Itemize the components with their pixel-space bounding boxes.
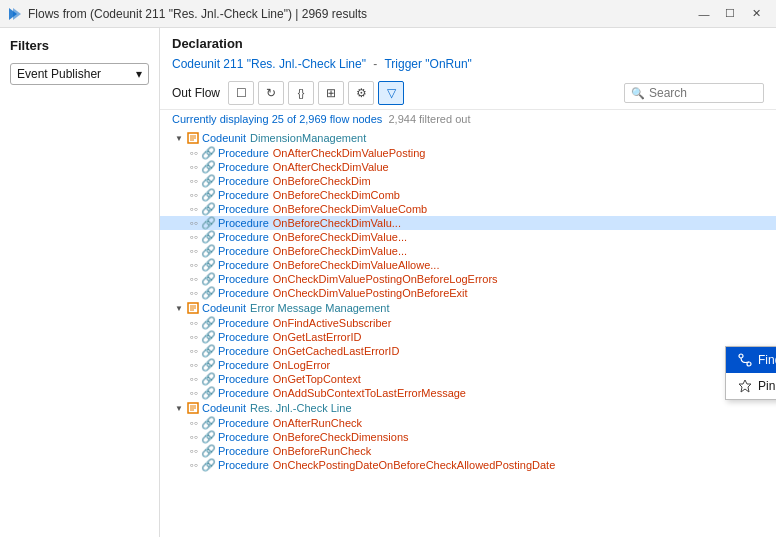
tree-row[interactable]: ▼ Codeunit DimensionManagement bbox=[160, 130, 776, 146]
tree-row[interactable]: ◦◦ 🔗 Procedure OnCheckDimValuePostingOnB… bbox=[160, 272, 776, 286]
status-bar: Currently displaying 25 of 2,969 flow no… bbox=[160, 110, 776, 128]
item-type-label: Procedure bbox=[218, 217, 269, 229]
tree-container[interactable]: ▼ Codeunit DimensionManagement ◦◦ 🔗 Proc… bbox=[160, 128, 776, 537]
item-type-label: Procedure bbox=[218, 445, 269, 457]
pipe-icon: ◦◦ bbox=[188, 161, 200, 173]
pin-label: Pin bbox=[758, 379, 775, 393]
codeunit-link[interactable]: Codeunit 211 "Res. Jnl.-Check Line" bbox=[172, 57, 366, 71]
search-input[interactable] bbox=[649, 86, 757, 100]
tree-row[interactable]: ◦◦ 🔗 Procedure OnGetTopContext bbox=[160, 372, 776, 386]
link-icon: 🔗 bbox=[202, 431, 214, 443]
item-type-label: Procedure bbox=[218, 287, 269, 299]
link-icon: 🔗 bbox=[202, 161, 214, 173]
close-button[interactable]: ✕ bbox=[744, 4, 768, 24]
trigger-link[interactable]: Trigger "OnRun" bbox=[384, 57, 471, 71]
sidebar-title: Filters bbox=[10, 38, 149, 53]
declaration-header: Declaration Codeunit 211 "Res. Jnl.-Chec… bbox=[160, 28, 776, 77]
item-name-label: OnBeforeRunCheck bbox=[273, 445, 371, 457]
link-icon: 🔗 bbox=[202, 189, 214, 201]
link-icon: 🔗 bbox=[202, 387, 214, 399]
tree-row[interactable]: ◦◦ 🔗 Procedure OnBeforeCheckDim bbox=[160, 174, 776, 188]
tree-row[interactable]: ▼ Codeunit Error Message Management bbox=[160, 300, 776, 316]
tree-row[interactable]: ▼ Codeunit Res. Jnl.-Check Line bbox=[160, 400, 776, 416]
item-name-label: OnBeforeCheckDimComb bbox=[273, 189, 400, 201]
item-type-label: Procedure bbox=[218, 373, 269, 385]
item-name-label: OnAfterCheckDimValue bbox=[273, 161, 389, 173]
link-icon: 🔗 bbox=[202, 359, 214, 371]
pipe-icon: ◦◦ bbox=[188, 175, 200, 187]
item-name-label: OnAfterCheckDimValuePosting bbox=[273, 147, 426, 159]
item-type-label: Procedure bbox=[218, 387, 269, 399]
link-icon: 🔗 bbox=[202, 331, 214, 343]
context-menu-pin[interactable]: Pin bbox=[726, 373, 776, 399]
pipe-icon: ◦◦ bbox=[188, 287, 200, 299]
item-name-label: OnGetCachedLastErrorID bbox=[273, 345, 400, 357]
tree-row[interactable]: ◦◦ 🔗 Procedure OnCheckDimValuePostingOnB… bbox=[160, 286, 776, 300]
context-menu-find-shortest-path[interactable]: Find Shortest Path ▶ bbox=[726, 347, 776, 373]
settings-button[interactable]: ⚙ bbox=[348, 81, 374, 105]
link-icon: 🔗 bbox=[202, 147, 214, 159]
item-name-label: Error Message Management bbox=[250, 302, 389, 314]
item-type-label: Procedure bbox=[218, 417, 269, 429]
tree-row[interactable]: ◦◦ 🔗 Procedure OnBeforeCheckDimValue... bbox=[160, 244, 776, 258]
pipe-icon: ◦◦ bbox=[188, 147, 200, 159]
code-button[interactable]: {} bbox=[288, 81, 314, 105]
pipe-icon: ◦◦ bbox=[188, 387, 200, 399]
minimize-button[interactable]: — bbox=[692, 4, 716, 24]
item-name-label: OnGetTopContext bbox=[273, 373, 361, 385]
tree-row[interactable]: ◦◦ 🔗 Procedure OnBeforeCheckDimensions bbox=[160, 430, 776, 444]
tree-row-highlighted[interactable]: ◦◦ 🔗 Procedure OnBeforeCheckDimValu... bbox=[160, 216, 776, 230]
path-icon bbox=[738, 353, 752, 367]
expand-button[interactable]: ⊞ bbox=[318, 81, 344, 105]
tree-row[interactable]: ◦◦ 🔗 Procedure OnAddSubContextToLastErro… bbox=[160, 386, 776, 400]
title-bar-controls: — ☐ ✕ bbox=[692, 4, 768, 24]
link-icon: 🔗 bbox=[202, 373, 214, 385]
tree-row[interactable]: ◦◦ 🔗 Procedure OnBeforeCheckDimValueComb bbox=[160, 202, 776, 216]
item-name-label: OnBeforeCheckDimValueAllowe... bbox=[273, 259, 440, 271]
pipe-icon: ◦◦ bbox=[188, 359, 200, 371]
subtitle-separator: - bbox=[373, 57, 377, 71]
codeunit-icon bbox=[186, 301, 200, 315]
refresh-button[interactable]: ↻ bbox=[258, 81, 284, 105]
link-icon: 🔗 bbox=[202, 245, 214, 257]
collapse-icon[interactable]: ▼ bbox=[172, 131, 186, 145]
link-icon: 🔗 bbox=[202, 417, 214, 429]
tree-row[interactable]: ◦◦ 🔗 Procedure OnGetLastErrorID bbox=[160, 330, 776, 344]
tree-row[interactable]: ◦◦ 🔗 Procedure OnBeforeCheckDimValue... bbox=[160, 230, 776, 244]
tree-row[interactable]: ◦◦ 🔗 Procedure OnAfterCheckDimValue bbox=[160, 160, 776, 174]
maximize-button[interactable]: ☐ bbox=[718, 4, 742, 24]
tree-row[interactable]: ◦◦ 🔗 Procedure OnCheckPostingDateOnBefor… bbox=[160, 458, 776, 472]
tree-row[interactable]: ◦◦ 🔗 Procedure OnBeforeCheckDimComb bbox=[160, 188, 776, 202]
filter-dropdown[interactable]: Event Publisher ▾ bbox=[10, 63, 149, 85]
title-bar-left: Flows from (Codeunit 211 "Res. Jnl.-Chec… bbox=[8, 7, 367, 21]
tree-row[interactable]: ◦◦ 🔗 Procedure OnFindActiveSubscriber bbox=[160, 316, 776, 330]
tree-row[interactable]: ◦◦ 🔗 Procedure OnAfterCheckDimValuePosti… bbox=[160, 146, 776, 160]
sidebar: Filters Event Publisher ▾ bbox=[0, 28, 160, 537]
chevron-down-icon: ▾ bbox=[136, 67, 142, 81]
filter-button[interactable]: ▽ bbox=[378, 81, 404, 105]
collapse-icon[interactable]: ▼ bbox=[172, 401, 186, 415]
link-icon: 🔗 bbox=[202, 287, 214, 299]
toolbar: Out Flow ☐ ↻ {} ⊞ ⚙ ▽ 🔍 bbox=[160, 77, 776, 110]
tree-row[interactable]: ◦◦ 🔗 Procedure OnLogError bbox=[160, 358, 776, 372]
link-icon: 🔗 bbox=[202, 445, 214, 457]
item-type-label: Procedure bbox=[218, 245, 269, 257]
tree-row[interactable]: ◦◦ 🔗 Procedure OnBeforeCheckDimValueAllo… bbox=[160, 258, 776, 272]
item-name-label: OnAddSubContextToLastErrorMessage bbox=[273, 387, 466, 399]
declaration-title: Declaration bbox=[172, 36, 764, 51]
app-icon bbox=[8, 7, 22, 21]
item-type-label: Procedure bbox=[218, 259, 269, 271]
filter-label: Event Publisher bbox=[17, 67, 101, 81]
tree-row[interactable]: ◦◦ 🔗 Procedure OnAfterRunCheck bbox=[160, 416, 776, 430]
tree-row[interactable]: ◦◦ 🔗 Procedure OnGetCachedLastErrorID bbox=[160, 344, 776, 358]
content-area: Declaration Codeunit 211 "Res. Jnl.-Chec… bbox=[160, 28, 776, 537]
item-name-label: OnGetLastErrorID bbox=[273, 331, 362, 343]
codeunit-icon bbox=[186, 131, 200, 145]
tree-row[interactable]: ◦◦ 🔗 Procedure OnBeforeRunCheck bbox=[160, 444, 776, 458]
item-type-label: Procedure bbox=[218, 273, 269, 285]
item-type-label: Procedure bbox=[218, 459, 269, 471]
item-type-label: Procedure bbox=[218, 203, 269, 215]
layout-button[interactable]: ☐ bbox=[228, 81, 254, 105]
item-type-label: Procedure bbox=[218, 189, 269, 201]
collapse-icon[interactable]: ▼ bbox=[172, 301, 186, 315]
